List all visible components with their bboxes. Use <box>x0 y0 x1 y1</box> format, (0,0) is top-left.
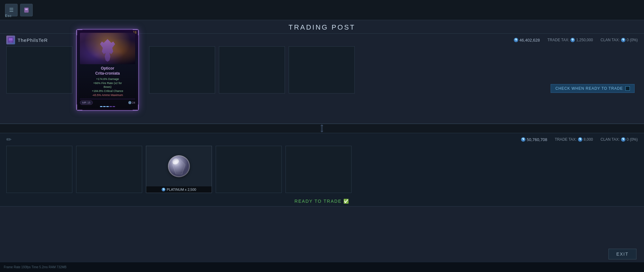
top-player-name-row: ThePhilsTeR <box>6 36 48 44</box>
dot-2 <box>103 106 106 107</box>
platinum-label: PLATINUM x 2,500 <box>167 188 196 191</box>
card-corner-br <box>133 105 139 111</box>
bottom-player-balance: 💎 50,760,708 <box>521 137 547 142</box>
footer: Frame Rate 193fps Time 5.2ms RAM 732MB <box>0 262 644 272</box>
check-box <box>625 86 630 91</box>
inventory-button[interactable] <box>20 4 33 16</box>
bottom-slot-4[interactable] <box>216 146 282 193</box>
bottom-slot-2[interactable] <box>76 146 142 193</box>
ready-to-trade-bar: READY TO TRADE ✅ <box>0 196 644 206</box>
platinum-label-bar: 💎 PLATINUM x 2,500 <box>146 186 212 193</box>
top-slot-5[interactable] <box>289 46 355 94</box>
ready-to-trade-text: READY TO TRADE <box>295 199 342 204</box>
top-bar: ☰ Esc <box>0 0 644 20</box>
mod-drain: 24 <box>128 101 135 104</box>
mod-polarity-icon <box>128 101 131 104</box>
section-divider: ⟺ <box>0 124 644 133</box>
esc-label: Esc <box>5 14 12 18</box>
mod-dots <box>80 106 135 107</box>
trade-tax-plat-icon: 💎 <box>570 38 575 42</box>
mod-card: 18 Opticor Crita-croniata +174.6% Damage… <box>76 29 139 111</box>
weapon-icon: ✏ <box>6 136 12 143</box>
card-corner-bl <box>76 105 82 111</box>
main-area: TRADING POST ThePhilsTeR 💎 46,402,628 <box>0 20 644 262</box>
mod-card-name: Opticor Crita-croniata <box>80 66 135 76</box>
plat-label-icon: 💎 <box>162 188 165 191</box>
bottom-player-name-row: ✏ <box>6 136 12 143</box>
platinum-slot[interactable]: 💎 PLATINUM x 2,500 <box>146 146 212 193</box>
plat-icon-container <box>146 146 212 186</box>
svg-rect-1 <box>25 8 28 10</box>
top-slot-4[interactable] <box>219 46 285 94</box>
stat-4: -43.5% Ammo Maximum <box>80 93 135 97</box>
bottom-player-header: ✏ 💎 50,760,708 TRADE TAX: 💎 8,000 CLAN T… <box>0 133 644 146</box>
bottom-slot-5[interactable] <box>286 146 352 193</box>
top-clan-tax: CLAN TAX: 💎 0 (0%) <box>601 38 638 42</box>
mod-card-stats: +174.6% Damage +66% Fire Rate (x2 for Bo… <box>80 77 135 97</box>
top-trade-tax: TRADE TAX: 💎 1,250,000 <box>547 38 593 42</box>
stat-2: +66% Fire Rate (x2 for <box>80 81 135 85</box>
bottom-slot-1[interactable] <box>6 146 72 193</box>
top-player-tax-info: 💎 46,402,628 TRADE TAX: 💎 1,250,000 CLAN… <box>514 38 638 42</box>
top-player-name: ThePhilsTeR <box>18 37 48 43</box>
bottom-player-tax-info: 💎 50,760,708 TRADE TAX: 💎 8,000 CLAN TAX… <box>521 137 638 142</box>
bottom-player-section: ✏ 💎 50,760,708 TRADE TAX: 💎 8,000 CLAN T… <box>0 133 644 207</box>
bottom-balance-plat-icon: 💎 <box>521 137 525 142</box>
mod-mr: MR 15 <box>80 100 93 105</box>
mod-card-footer: MR 15 24 <box>80 99 135 105</box>
bottom-clan-tax-icon: 💎 <box>621 137 625 142</box>
svg-rect-4 <box>9 41 12 42</box>
top-player-section: ThePhilsTeR 💎 46,402,628 TRADE TAX: 💎 1,… <box>0 34 644 124</box>
top-slot-3[interactable] <box>149 46 215 94</box>
top-player-avatar <box>6 36 15 44</box>
top-player-balance: 💎 46,402,628 <box>514 38 540 42</box>
stat-1: +174.6% Damage <box>80 77 135 81</box>
ready-checkmark: ✅ <box>343 199 349 204</box>
top-slot-1[interactable] <box>6 46 72 94</box>
stat-3: +184.8% Critical Chance <box>80 89 135 93</box>
mod-card-slot[interactable]: 18 Opticor Crita-croniata +174.6% Damage… <box>76 29 142 120</box>
dot-3 <box>106 106 109 107</box>
svg-rect-3 <box>9 38 13 41</box>
divider-arrows-icon: ⟺ <box>319 124 325 133</box>
bottom-clan-tax: CLAN TAX: 💎 0 (0%) <box>601 137 638 142</box>
balance-plat-icon: 💎 <box>514 38 518 42</box>
dot-1 <box>100 106 103 107</box>
clan-tax-plat-icon: 💎 <box>621 38 625 42</box>
platinum-icon <box>168 155 190 177</box>
dot-4 <box>109 106 112 107</box>
bottom-trade-tax-icon: 💎 <box>578 137 582 142</box>
top-trade-slots-area: 18 Opticor Crita-croniata +174.6% Damage… <box>0 46 644 123</box>
bottom-trade-slots-area: 💎 PLATINUM x 2,500 <box>0 146 644 196</box>
stat-2b: Bows) <box>80 85 135 89</box>
check-ready-label: CHECK WHEN READY TO TRADE <box>555 86 623 91</box>
check-ready-button[interactable]: CHECK WHEN READY TO TRADE <box>551 84 635 93</box>
dot-5 <box>113 106 115 107</box>
bottom-trade-tax: TRADE TAX: 💎 8,000 <box>555 137 593 142</box>
mod-card-image <box>80 33 135 64</box>
exit-button[interactable]: EXIT <box>608 249 636 259</box>
footer-text: Frame Rate 193fps Time 5.2ms RAM 732MB <box>4 265 67 269</box>
